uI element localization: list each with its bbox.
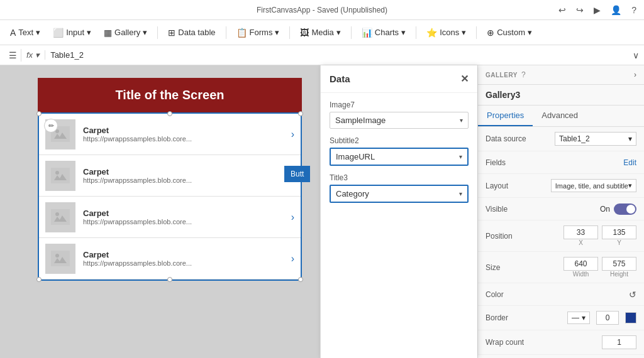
size-width-input[interactable] bbox=[564, 257, 598, 271]
formula-expand-icon[interactable]: ∨ bbox=[633, 50, 639, 60]
data-field-arrow-0: ▾ bbox=[460, 117, 463, 124]
gallery-dropdown-icon: ▾ bbox=[143, 28, 147, 37]
fields-edit-link[interactable]: Edit bbox=[623, 158, 636, 167]
help-icon[interactable]: ? bbox=[631, 5, 636, 15]
title-bar: FirstCanvasApp - Saved (Unpublished) ↩ ↪… bbox=[0, 0, 644, 20]
border-line-dropdown: ▾ bbox=[582, 313, 586, 322]
tab-advanced[interactable]: Advanced bbox=[533, 106, 587, 126]
account-icon[interactable]: 👤 bbox=[611, 5, 621, 15]
size-height-input[interactable] bbox=[602, 257, 636, 271]
datasource-select[interactable]: Table1_2 ▾ bbox=[555, 132, 636, 146]
toolbar-text[interactable]: A Text ▾ bbox=[5, 25, 45, 40]
gallery-item-image-3 bbox=[45, 244, 75, 274]
gallery-container[interactable]: ✏ Carpet https://pwrappssamples.blob.cor… bbox=[38, 112, 302, 281]
size-value: Width Height bbox=[542, 257, 636, 278]
size-label: Size bbox=[486, 263, 542, 272]
position-x-label: X bbox=[579, 239, 583, 246]
data-field-select-0[interactable]: SampleImage ▾ bbox=[330, 112, 469, 129]
size-width-label: Width bbox=[573, 271, 589, 278]
color-reset-icon[interactable]: ↺ bbox=[629, 290, 636, 300]
resize-handle-bc[interactable] bbox=[167, 277, 172, 282]
toolbar-forms[interactable]: 📋 Forms ▾ bbox=[231, 25, 285, 40]
gallery-item-2[interactable]: Carpet https://pwrappssamples.blob.core.… bbox=[39, 197, 301, 238]
visible-toggle[interactable]: On bbox=[600, 203, 636, 215]
panel-component-name: Gallery3 bbox=[478, 85, 644, 106]
wrapcount-input[interactable] bbox=[602, 335, 636, 349]
redo-icon[interactable]: ↪ bbox=[576, 5, 584, 15]
data-panel-close-button[interactable]: ✕ bbox=[460, 73, 469, 85]
resize-handle-tl[interactable] bbox=[36, 111, 42, 116]
formula-input[interactable] bbox=[50, 50, 628, 60]
toolbar-input[interactable]: ⬜ Input ▾ bbox=[48, 25, 96, 40]
toolbar-gallery-label: Gallery bbox=[114, 28, 140, 37]
gallery-item-text-0: Carpet https://pwrappssamples.blob.core.… bbox=[83, 126, 284, 143]
gallery-item-image-1 bbox=[45, 161, 75, 191]
resize-handle-tc[interactable] bbox=[167, 111, 172, 116]
border-line-select[interactable]: — ▾ bbox=[567, 312, 590, 324]
color-label: Color bbox=[486, 290, 542, 299]
resize-handle-bl[interactable] bbox=[36, 277, 42, 282]
gallery-item-3[interactable]: Carpet https://pwrappssamples.blob.core.… bbox=[39, 238, 301, 279]
gallery-item-text-3: Carpet https://pwrappssamples.blob.core.… bbox=[83, 250, 284, 267]
gallery-edit-icon[interactable]: ✏ bbox=[44, 119, 58, 133]
resize-handle-br[interactable] bbox=[298, 277, 303, 282]
data-field-label-1: Subtitle2 bbox=[330, 136, 469, 145]
toolbar-datatable-label: Data table bbox=[178, 28, 215, 37]
gallery-item-image-2 bbox=[45, 202, 75, 232]
datasource-dropdown-icon: ▾ bbox=[628, 134, 632, 143]
gallery-item-title-0: Carpet bbox=[83, 126, 284, 135]
play-icon[interactable]: ▶ bbox=[594, 5, 601, 15]
text-icon: A bbox=[10, 28, 16, 38]
panel-row-position: Position X Y bbox=[478, 220, 644, 252]
screen-title: Title of the Screen bbox=[38, 78, 302, 112]
svg-point-7 bbox=[55, 254, 59, 258]
svg-point-5 bbox=[55, 212, 59, 216]
data-field-arrow-1: ▾ bbox=[459, 153, 462, 160]
data-field-select-1[interactable]: ImageURL ▾ bbox=[330, 148, 469, 166]
layout-select[interactable]: Image, title, and subtitle ▾ bbox=[551, 179, 636, 192]
panel-row-color: Color ↺ bbox=[478, 283, 644, 306]
charts-dropdown-icon: ▾ bbox=[401, 28, 406, 37]
data-panel: Data ✕ Image7 SampleImage ▾ Subtitle2 Im… bbox=[320, 65, 477, 358]
gallery-item-subtitle-2: https://pwrappssamples.blob.core... bbox=[83, 218, 209, 225]
charts-icon: 📊 bbox=[362, 28, 372, 38]
panel-expand-icon[interactable]: › bbox=[634, 70, 636, 79]
visible-value: On bbox=[542, 203, 636, 215]
panel-section-title: GALLERY bbox=[486, 72, 518, 79]
fx-dropdown-icon: ▾ bbox=[35, 50, 40, 60]
panel-row-wrapcount: Wrap count bbox=[478, 330, 644, 355]
canvas-button[interactable]: Butt bbox=[284, 166, 310, 182]
data-field-2: Title3 Category ▾ bbox=[330, 173, 469, 203]
datasource-value: Table1_2 ▾ bbox=[542, 132, 636, 146]
border-width-input[interactable] bbox=[596, 311, 619, 325]
toolbar-media[interactable]: 🖼 Media ▾ bbox=[295, 25, 345, 40]
border-color-swatch[interactable] bbox=[625, 312, 636, 323]
icons-icon: ⭐ bbox=[426, 28, 437, 38]
gallery-item-1[interactable]: Carpet https://pwrappssamples.blob.core.… bbox=[39, 155, 301, 197]
toolbar-gallery[interactable]: ▦ Gallery ▾ bbox=[99, 25, 152, 40]
toolbar-charts[interactable]: 📊 Charts ▾ bbox=[357, 25, 411, 40]
position-y-input[interactable] bbox=[602, 225, 636, 239]
gallery-item[interactable]: Carpet https://pwrappssamples.blob.core.… bbox=[39, 114, 301, 155]
toolbar-sep-1 bbox=[157, 26, 158, 39]
toolbar-custom-label: Custom bbox=[497, 28, 525, 37]
panel-info-icon[interactable]: ? bbox=[521, 70, 526, 79]
svg-rect-2 bbox=[51, 168, 70, 183]
formula-menu-icon[interactable]: ☰ bbox=[5, 49, 21, 62]
resize-handle-tr[interactable] bbox=[298, 111, 303, 116]
toolbar-icons[interactable]: ⭐ Icons ▾ bbox=[421, 25, 471, 40]
position-label: Position bbox=[486, 232, 542, 241]
toggle-switch[interactable] bbox=[614, 203, 636, 215]
undo-icon[interactable]: ↩ bbox=[558, 5, 566, 15]
forms-dropdown-icon: ▾ bbox=[275, 28, 279, 37]
data-field-0: Image7 SampleImage ▾ bbox=[330, 100, 469, 129]
data-field-select-2[interactable]: Category ▾ bbox=[330, 185, 469, 203]
custom-icon: ⊕ bbox=[487, 28, 494, 38]
position-y-group: Y bbox=[602, 225, 636, 246]
wrapcount-value bbox=[542, 335, 636, 349]
position-x-input[interactable] bbox=[564, 225, 598, 239]
toolbar-custom[interactable]: ⊕ Custom ▾ bbox=[482, 25, 537, 40]
size-width-group: Width bbox=[564, 257, 598, 278]
tab-properties[interactable]: Properties bbox=[478, 106, 533, 126]
toolbar-datatable[interactable]: ⊞ Data table bbox=[163, 25, 220, 40]
